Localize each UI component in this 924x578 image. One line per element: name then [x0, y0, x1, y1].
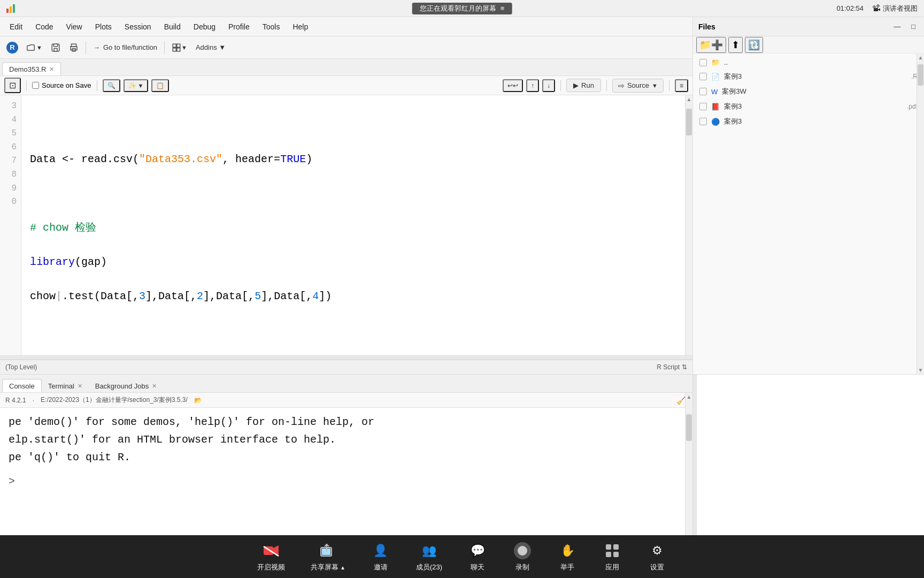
- terminal-tab-close[interactable]: ✕: [78, 383, 82, 390]
- files-refresh-btn[interactable]: 🔃: [745, 37, 763, 53]
- taskbar-raise-hand-btn[interactable]: ✋ 举手: [558, 541, 577, 572]
- menu-plots[interactable]: Plots: [90, 20, 117, 33]
- nav-level[interactable]: (Top Level): [5, 363, 37, 371]
- nav-down-btn[interactable]: ↓: [542, 79, 555, 92]
- taskbar-video-btn[interactable]: 开启视频: [257, 541, 285, 572]
- app-logo: [6, 4, 15, 13]
- svg-rect-8: [177, 48, 180, 51]
- source-on-save-checkbox[interactable]: [32, 82, 39, 89]
- file-check-parent[interactable]: [699, 59, 707, 66]
- resize-handle-horizontal[interactable]: [0, 355, 692, 360]
- editor-scroll-thumb[interactable]: [686, 109, 692, 135]
- go-to-file-btn[interactable]: → Go to file/function: [90, 41, 160, 54]
- source-button[interactable]: ⇨ Source ▼: [612, 79, 664, 93]
- source-on-save-wrap[interactable]: Source on Save: [32, 81, 91, 89]
- code-line-7: library(gap): [30, 254, 676, 271]
- files-maximize[interactable]: □: [908, 20, 919, 33]
- ed-sep-3: [560, 80, 561, 91]
- list-item[interactable]: 📕 案例3 .pdf: [693, 99, 924, 114]
- save-btn[interactable]: [48, 41, 64, 55]
- magic-wand-btn[interactable]: ✨ ▼: [124, 79, 149, 92]
- files-header: Files — □: [693, 17, 924, 36]
- list-item[interactable]: 🔵 案例3: [693, 114, 924, 129]
- files-title: Files: [698, 22, 715, 31]
- console-prompt[interactable]: >: [9, 473, 684, 490]
- nav-back-btn[interactable]: ↩↩: [503, 79, 523, 92]
- files-vscroll[interactable]: ▲ ▼: [917, 54, 924, 374]
- file-check-2[interactable]: [699, 88, 707, 95]
- file-check-4[interactable]: [699, 118, 707, 125]
- svg-rect-17: [613, 552, 619, 557]
- folder-icon[interactable]: 📂: [194, 397, 202, 404]
- menu-code[interactable]: Code: [30, 20, 58, 33]
- members-icon: 👥: [419, 541, 438, 560]
- terminal-tab[interactable]: Terminal ✕: [42, 379, 89, 392]
- code-line-3: [30, 117, 676, 134]
- taskbar-members-btn[interactable]: 👥 成员(23): [416, 541, 442, 572]
- share-chevron[interactable]: ▲: [340, 565, 345, 571]
- taskbar-apps-btn[interactable]: 应用: [603, 541, 622, 572]
- search-btn[interactable]: 🔍: [103, 79, 120, 92]
- list-item[interactable]: W 案例3W: [693, 84, 924, 99]
- files-minimize[interactable]: —: [890, 20, 904, 33]
- r-logo-btn[interactable]: R: [3, 40, 21, 56]
- settings-icon: ⚙: [648, 541, 667, 560]
- taskbar-record-btn[interactable]: 录制: [513, 541, 532, 572]
- bg-jobs-tab-close[interactable]: ✕: [152, 383, 157, 390]
- file-icon-1: 📄: [711, 73, 720, 81]
- list-item[interactable]: 📄 案例3 .R: [693, 69, 924, 84]
- run-button[interactable]: ▶ Run: [566, 79, 601, 92]
- menu-session[interactable]: Session: [119, 20, 157, 33]
- taskbar-invite-btn[interactable]: 👤 邀请: [371, 541, 390, 572]
- menu-tools[interactable]: Tools: [257, 20, 286, 33]
- menu-help[interactable]: Help: [287, 20, 313, 33]
- editor-vscroll[interactable]: ▲ ▼: [685, 95, 692, 375]
- addins-btn[interactable]: Addins ▼: [192, 41, 229, 54]
- files-new-folder-btn[interactable]: 📁➕: [696, 37, 726, 53]
- console-scroll-thumb[interactable]: [686, 414, 692, 441]
- code-line-5: [30, 185, 676, 202]
- menu-debug[interactable]: Debug: [188, 20, 221, 33]
- open-file-btn[interactable]: ▼: [24, 41, 45, 55]
- run-icon: ▶: [573, 81, 579, 89]
- taskbar-share-btn[interactable]: 共享屏幕 ▲: [311, 541, 345, 572]
- file-check-1[interactable]: [699, 73, 707, 80]
- files-up-btn[interactable]: ⬆: [728, 37, 743, 53]
- console-scroll-up[interactable]: ▲: [686, 393, 692, 401]
- taskbar-settings-btn[interactable]: ⚙ 设置: [648, 541, 667, 572]
- files-scroll-thumb[interactable]: [918, 64, 923, 86]
- files-scroll-up[interactable]: ▲: [917, 54, 924, 62]
- r-script-label[interactable]: R Script ⇅: [657, 363, 687, 371]
- system-right-info: 01:02:54 📽 演讲者视图: [836, 4, 918, 13]
- line-numbers: 3 4 5 6 7 8 9 0: [0, 95, 21, 375]
- source-on-save-label: Source on Save: [42, 81, 91, 89]
- collapse-btn[interactable]: ⊡: [4, 78, 21, 93]
- menu-icon[interactable]: ≡: [500, 4, 505, 12]
- file-tab[interactable]: Demo353.R ✕: [2, 62, 61, 75]
- file-check-3[interactable]: [699, 103, 707, 110]
- files-scroll-down[interactable]: ▼: [917, 366, 924, 374]
- menu-profile[interactable]: Profile: [223, 20, 255, 33]
- grid-view-btn[interactable]: ▼: [168, 41, 190, 55]
- tab-close[interactable]: ✕: [49, 66, 54, 73]
- editor-area: ⊡ Source on Save 🔍 ✨ ▼ 📋 ↩↩ ↑ ↓ ▶ Run ⇨: [0, 76, 692, 375]
- code-content[interactable]: Data <- read.csv("Data353.csv", header=T…: [21, 95, 685, 375]
- svg-rect-2: [54, 48, 57, 51]
- file-row-parent[interactable]: 📁 ..: [693, 56, 924, 69]
- ed-sep-1: [26, 80, 27, 91]
- nav-up-btn[interactable]: ↑: [526, 79, 539, 92]
- compile-btn[interactable]: 📋: [151, 79, 169, 92]
- files-toolbar: 📁➕ ⬆ 🔃: [693, 36, 924, 54]
- menu-view[interactable]: View: [61, 20, 88, 33]
- console-tab[interactable]: Console: [2, 379, 42, 392]
- menu-edit[interactable]: Edit: [4, 20, 28, 33]
- presenter-view-btn[interactable]: 📽 演讲者视图: [872, 4, 918, 13]
- print-btn[interactable]: [66, 41, 82, 55]
- compile-icon: 📋: [156, 82, 164, 89]
- taskbar-chat-btn[interactable]: 💬 聊天: [468, 541, 487, 572]
- system-bar: 您正在观看郭红月的屏幕 ≡ 01:02:54 📽 演讲者视图: [0, 0, 924, 17]
- scroll-up[interactable]: ▲: [687, 95, 692, 103]
- menu-build[interactable]: Build: [159, 20, 186, 33]
- align-btn[interactable]: ≡: [675, 79, 688, 92]
- background-jobs-tab[interactable]: Background Jobs ✕: [89, 379, 163, 392]
